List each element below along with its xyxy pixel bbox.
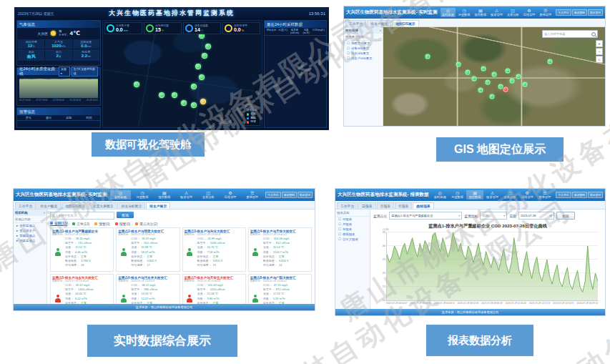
station-marker[interactable] [134, 82, 139, 87]
dashboard-map[interactable]: 今日降水量0.0 mm大兴测站数15 个设备在线数14 个设备报警率0.0 % … [102, 20, 262, 128]
realtime-search-input[interactable]: 输入关键字查询 [50, 212, 114, 220]
layer-item[interactable]: ☐设备GIS展示 [344, 46, 383, 51]
map-control-button[interactable]: + [596, 40, 603, 47]
gis-station-marker[interactable] [425, 54, 431, 59]
gis-station-marker[interactable] [547, 59, 552, 64]
filter-chip[interactable]: 报警(0) [115, 222, 130, 226]
nav-item-报表数据[interactable]: ▤报表数据 [466, 190, 483, 200]
report-type-item[interactable]: ☐月报表 [335, 222, 370, 227]
tab-地图GIS展示[interactable]: 地图GIS展示 [62, 202, 88, 209]
gis-station-marker[interactable] [485, 80, 490, 85]
monitor-card[interactable]: 监测点8-排水户与广阳大街交汇刷新时间：2023-07-28 13:40:01C… [248, 274, 312, 304]
gis-station-marker[interactable] [478, 88, 483, 93]
gis-station-marker[interactable] [481, 66, 486, 71]
user-button-个人中心[interactable]: 个人中心 [556, 192, 571, 198]
station-marker[interactable] [202, 53, 207, 59]
report-query-button[interactable]: 查询 [556, 212, 575, 220]
user-button-修改密码[interactable]: 修改密码 [572, 192, 587, 198]
nav-item-历史数据[interactable]: ◷历史数据 [132, 190, 153, 200]
station-marker[interactable] [181, 100, 187, 106]
filter-chip[interactable]: 预警(0) [94, 222, 109, 226]
switch-curve-button[interactable]: 近7天水量变化曲线 [72, 67, 98, 77]
nav-item-水质分析[interactable]: ◫水质分析 [505, 8, 521, 17]
nav-item-实时监测[interactable]: ◎实时监测 [441, 8, 456, 17]
tab-排水分析展示[interactable]: 排水分析展示 [117, 202, 145, 209]
tab-地图GIS展示[interactable]: 地图GIS展示 [392, 20, 418, 26]
report-type-item[interactable]: ☐年报表 [335, 227, 370, 232]
nav-item-预警管理[interactable]: ⚠预警管理 [484, 190, 501, 200]
monitor-card[interactable]: 监测点1-排水户与严重超标企业刷新时间：2023-07-28 13:40:01C… [50, 227, 114, 272]
user-button-个人中心[interactable]: 个人中心 [556, 9, 571, 16]
gis-station-marker[interactable] [472, 76, 477, 81]
monitor-card[interactable]: 监测点7-排水户与天华北大街交汇刷新时间：2023-07-28 13:40:01… [182, 274, 246, 304]
metric-select[interactable]: 水温 ▾ [59, 67, 70, 77]
tab-工作平台[interactable]: 工作平台 [345, 20, 366, 26]
tab-排水户展示[interactable]: 排水户展示 [146, 202, 170, 209]
monitor-card[interactable]: 监测点4-排水户与天华大街交汇刷新时间：2023-07-28 13:40:01C… [248, 227, 312, 272]
nav-item-历史数据[interactable]: ◷历史数据 [449, 190, 466, 200]
monitor-card[interactable]: 监测点3-排水户与兴业大街交汇刷新时间：2023-07-28 13:40:01C… [182, 227, 246, 272]
gis-station-marker[interactable] [516, 74, 521, 79]
report-type-item[interactable]: ☐日报表 [335, 217, 370, 222]
gis-map[interactable]: 输入关键字搜索 +−⌂ [383, 27, 605, 126]
monitor-point-link[interactable]: ▸管网监测点 [14, 233, 46, 238]
tab-全景大屏展示[interactable]: 全景大屏展示 [89, 202, 117, 209]
tab-工作平台[interactable]: 工作平台 [15, 202, 36, 209]
station-marker[interactable] [199, 74, 205, 80]
nav-item-系统管理[interactable]: ☰系统管理 [536, 190, 553, 200]
gis-station-marker[interactable] [503, 87, 508, 92]
map-control-button[interactable]: − [596, 48, 603, 55]
user-button-修改密码[interactable]: 修改密码 [282, 192, 297, 198]
gis-search-box[interactable]: 输入关键字搜索 [542, 30, 598, 38]
gis-station-marker[interactable] [489, 94, 494, 99]
tab-月报表[interactable]: 月报表 [377, 202, 394, 209]
map-control-button[interactable]: ⌂ [596, 56, 603, 63]
nav-item-水质分析[interactable]: ◫水质分析 [501, 190, 518, 200]
point-select[interactable]: 监测点1-排水户与严重超标企业▾ [389, 212, 462, 220]
tab-曲线报表[interactable]: 曲线报表 [413, 202, 433, 209]
report-type-item[interactable]: ☐自定义报表 [335, 237, 370, 242]
metric-select[interactable]: COD▾ [480, 212, 507, 220]
report-type-item[interactable]: ☐曲线报表 [335, 232, 370, 237]
org-dropdown[interactable]: 组织机构▾ [14, 210, 46, 216]
nav-item-实时监测[interactable]: ◎实时监测 [110, 190, 132, 200]
station-marker[interactable] [191, 102, 197, 108]
monitor-card[interactable]: 监测点2-排水户与明渠大街交汇刷新时间：2023-07-28 13:40:01C… [116, 227, 179, 272]
layer-item[interactable]: ☐排水户GIS展示 [344, 56, 383, 61]
tab-日报表[interactable]: 日报表 [358, 202, 375, 209]
gis-station-marker[interactable] [523, 82, 528, 87]
filter-chip[interactable]: 重点关注(2) [135, 222, 157, 226]
filter-chip[interactable]: 全部(13) [50, 221, 67, 226]
nav-item-报表数据[interactable]: ▤报表数据 [473, 8, 488, 17]
gis-station-marker[interactable] [505, 68, 510, 73]
tab-排水户概览[interactable]: 排水户概览 [367, 20, 391, 26]
tab-年报表[interactable]: 年报表 [395, 202, 412, 209]
user-button-个人中心[interactable]: 个人中心 [265, 192, 280, 198]
gis-station-marker[interactable] [509, 78, 514, 83]
layer-item[interactable]: ☐排水GIS展示 [344, 51, 383, 56]
tab-工作平台[interactable]: 工作平台 [337, 202, 358, 209]
gis-station-marker[interactable] [492, 72, 497, 77]
station-marker[interactable] [159, 92, 164, 98]
user-button-退出登录[interactable]: 退出登录 [297, 192, 313, 198]
nav-item-历史数据[interactable]: ◷历史数据 [456, 8, 472, 17]
monitor-point-link[interactable]: ▸明渠监测点 [14, 238, 46, 243]
nav-item-运维管理[interactable]: ⚙运维管理 [519, 190, 536, 200]
gis-station-marker[interactable] [465, 70, 470, 75]
nav-item-系统管理[interactable]: ☰系统管理 [242, 190, 263, 200]
user-button-退出登录[interactable]: 退出登录 [588, 192, 603, 198]
nav-item-运维管理[interactable]: ⚙运维管理 [521, 8, 537, 17]
monitor-point-link[interactable]: ▸重点排水户 [14, 228, 46, 233]
nav-item-预警管理[interactable]: ⚠预警管理 [489, 8, 505, 17]
station-marker[interactable] [200, 99, 206, 104]
monitor-card[interactable]: 监测点5-排水户与永兴大街交汇刷新时间：2023-07-28 13:40:01C… [50, 274, 114, 304]
station-marker[interactable] [191, 84, 197, 89]
station-marker[interactable] [172, 92, 177, 98]
user-button-退出登录[interactable]: 退出登录 [588, 9, 603, 16]
station-marker[interactable] [195, 64, 201, 69]
gis-station-marker[interactable] [456, 62, 461, 67]
gis-layer-dropdown[interactable]: 图层选择▾ [344, 27, 383, 34]
filter-chip[interactable]: 正常(13) [72, 222, 89, 226]
monitor-card[interactable]: 监测点6-排水户与污水井大街交汇刷新时间：2023-07-28 13:40:01… [116, 274, 179, 304]
station-marker[interactable] [205, 44, 211, 49]
